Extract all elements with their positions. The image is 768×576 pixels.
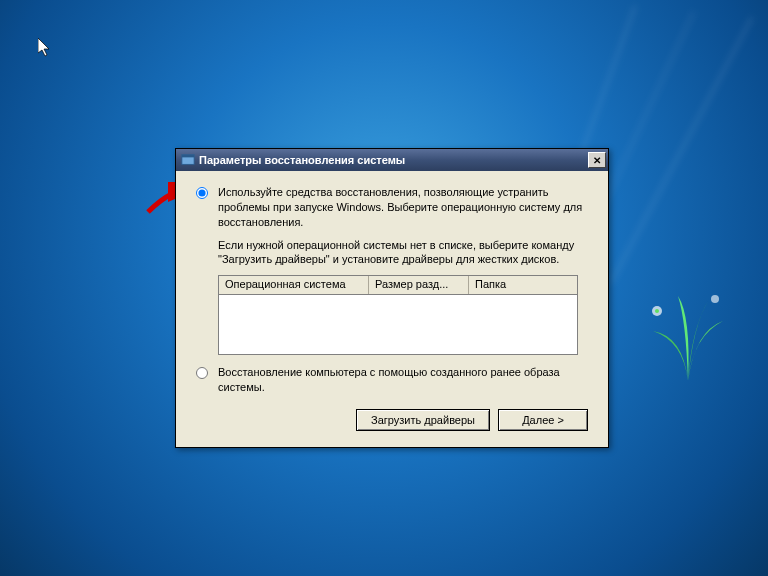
dialog-body: Используйте средства восстановления, поз… xyxy=(176,171,608,447)
svg-point-2 xyxy=(711,295,719,303)
close-button[interactable]: ✕ xyxy=(588,152,606,168)
dialog-titlebar[interactable]: Параметры восстановления системы ✕ xyxy=(176,149,608,171)
app-icon xyxy=(181,153,195,167)
driver-hint-text: Если нужной операционной системы нет в с… xyxy=(218,238,588,268)
os-list-table[interactable]: Операционная система Размер разд... Папк… xyxy=(218,275,578,355)
load-drivers-button[interactable]: Загрузить драйверы xyxy=(356,409,490,431)
svg-point-0 xyxy=(652,306,662,316)
mouse-cursor-icon xyxy=(38,38,54,58)
dialog-title: Параметры восстановления системы xyxy=(199,154,588,166)
column-size[interactable]: Размер разд... xyxy=(369,276,469,294)
recovery-tools-label: Используйте средства восстановления, поз… xyxy=(218,185,588,230)
system-image-option[interactable]: Восстановление компьютера с помощью созд… xyxy=(196,365,588,395)
close-icon: ✕ xyxy=(593,155,601,166)
recovery-tools-option[interactable]: Используйте средства восстановления, поз… xyxy=(196,185,588,230)
system-recovery-dialog: Параметры восстановления системы ✕ Испол… xyxy=(175,148,609,448)
decoration-ray xyxy=(610,17,753,283)
table-header: Операционная система Размер разд... Папк… xyxy=(219,276,577,295)
svg-rect-4 xyxy=(182,155,194,158)
desktop-background: Параметры восстановления системы ✕ Испол… xyxy=(0,0,768,576)
column-os[interactable]: Операционная система xyxy=(219,276,369,294)
system-image-radio[interactable] xyxy=(196,367,208,379)
next-button[interactable]: Далее > xyxy=(498,409,588,431)
decoration-plant xyxy=(643,281,733,381)
dialog-button-row: Загрузить драйверы Далее > xyxy=(196,409,588,431)
column-folder[interactable]: Папка xyxy=(469,276,577,294)
recovery-tools-radio[interactable] xyxy=(196,187,208,199)
svg-point-1 xyxy=(655,309,659,313)
system-image-label: Восстановление компьютера с помощью созд… xyxy=(218,365,588,395)
